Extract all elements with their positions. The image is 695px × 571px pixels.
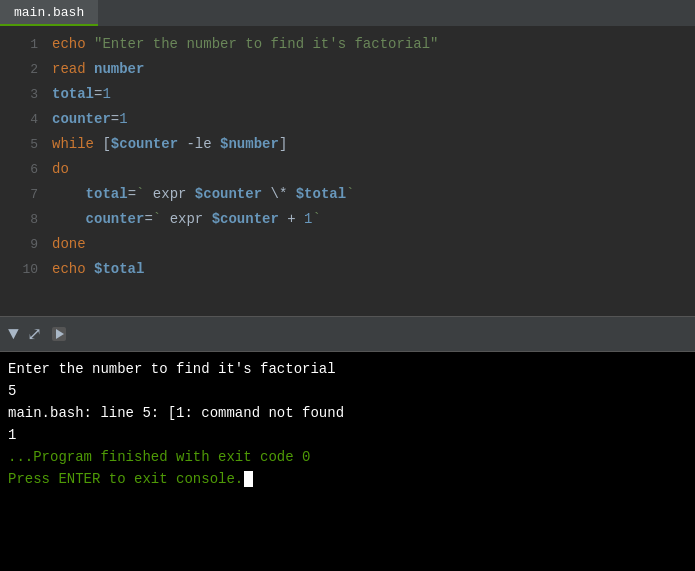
expand-icon[interactable]: ⤢: [27, 323, 42, 345]
line-number: 10: [8, 258, 38, 282]
line-number: 9: [8, 233, 38, 257]
code-line: 10echo $total: [0, 257, 695, 282]
line-content: while [$counter -le $number]: [52, 132, 287, 156]
code-line: 3total=1: [0, 82, 695, 107]
line-number: 4: [8, 108, 38, 132]
line-content: counter=1: [52, 107, 128, 131]
terminal-line: ...Program finished with exit code 0: [8, 446, 687, 468]
code-line: 6do: [0, 157, 695, 182]
line-content: echo $total: [52, 257, 144, 281]
run-svg: [50, 325, 68, 343]
line-content: total=1: [52, 82, 111, 106]
collapse-icon[interactable]: ▼: [8, 324, 19, 344]
tab-main-bash[interactable]: main.bash: [0, 0, 98, 26]
line-content: echo "Enter the number to find it's fact…: [52, 32, 438, 56]
tab-label: main.bash: [14, 5, 84, 20]
terminal-line: main.bash: line 5: [1: command not found: [8, 402, 687, 424]
line-content: total=` expr $counter \* $total`: [52, 182, 355, 206]
line-number: 1: [8, 33, 38, 57]
terminal-line: 5: [8, 380, 687, 402]
tab-bar: main.bash: [0, 0, 695, 26]
code-editor: 1echo "Enter the number to find it's fac…: [0, 26, 695, 316]
code-line: 2read number: [0, 57, 695, 82]
code-line: 8 counter=` expr $counter + 1`: [0, 207, 695, 232]
toolbar: ▼ ⤢: [0, 316, 695, 352]
code-line: 7 total=` expr $counter \* $total`: [0, 182, 695, 207]
terminal-line: Enter the number to find it's factorial: [8, 358, 687, 380]
run-icon[interactable]: [50, 325, 68, 343]
code-line: 4counter=1: [0, 107, 695, 132]
line-content: do: [52, 157, 69, 181]
line-number: 5: [8, 133, 38, 157]
line-number: 8: [8, 208, 38, 232]
code-line: 5while [$counter -le $number]: [0, 132, 695, 157]
terminal-line: 1: [8, 424, 687, 446]
code-line: 1echo "Enter the number to find it's fac…: [0, 32, 695, 57]
code-line: 9done: [0, 232, 695, 257]
line-content: done: [52, 232, 86, 256]
cursor: [244, 471, 253, 487]
line-content: read number: [52, 57, 144, 81]
terminal: Enter the number to find it's factorial5…: [0, 352, 695, 571]
line-number: 6: [8, 158, 38, 182]
line-number: 7: [8, 183, 38, 207]
line-content: counter=` expr $counter + 1`: [52, 207, 321, 231]
line-number: 3: [8, 83, 38, 107]
line-number: 2: [8, 58, 38, 82]
terminal-line: Press ENTER to exit console.: [8, 468, 687, 490]
